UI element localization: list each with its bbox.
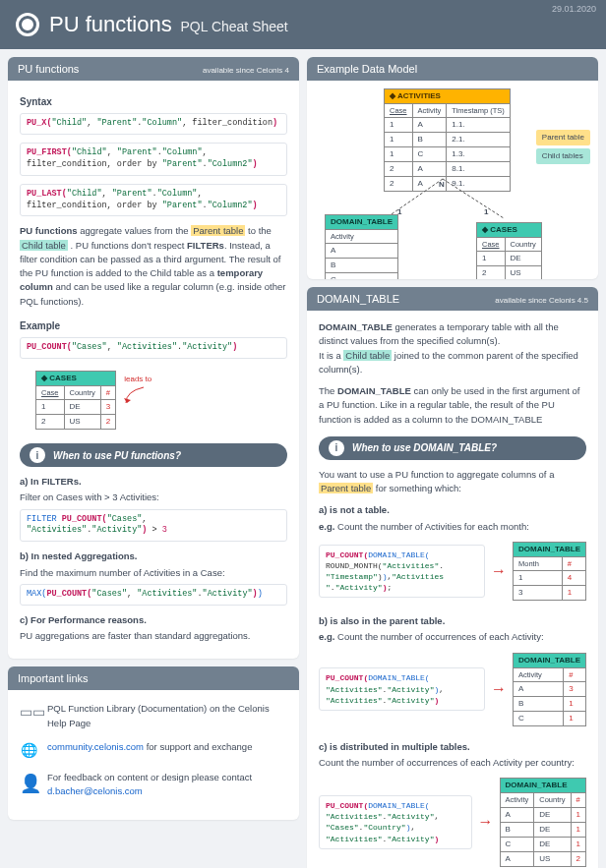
pu-use-a-code: FILTER PU_COUNT("Cases","Activities"."Ac…	[20, 509, 287, 543]
links-panel-title: Important links	[18, 672, 89, 684]
pu-panel-title: PU functions	[18, 63, 79, 75]
pu-functions-panel: PU functions available since Celonis 4 S…	[8, 57, 299, 659]
diagram-legend: Parent table Child tables	[536, 130, 590, 164]
dt-a-result-table: DOMAIN_TABLE Month# 14 31	[513, 542, 586, 601]
info-icon: i	[30, 447, 45, 463]
domain-mini-table: DOMAIN_TABLE Activity A B C	[325, 214, 398, 279]
cases-result-table: ◆ CASES CaseCountry# 1DE3 2US2	[35, 371, 116, 430]
dt-since: available since Celonis 4.5	[495, 296, 588, 305]
syntax-heading: Syntax	[20, 94, 287, 109]
pu-use-a-text: Filter on Cases with > 3 Activities:	[20, 491, 287, 504]
when-dt-info-bar: i When to use DOMAIN_TABLE?	[319, 436, 586, 460]
pu-use-b-code: MAX(PU_COUNT("Cases", "Activities"."Acti…	[20, 584, 287, 606]
link-community[interactable]: 🌐 community.celonis.com for support and …	[20, 740, 287, 761]
arrow-icon: →	[478, 810, 494, 834]
pu-use-c-text: PU aggregations are faster than standard…	[20, 629, 287, 643]
pu-use-a-title: a) In FILTERs.	[20, 475, 287, 489]
dt-c-title: c) is distributed in multiple tables.	[319, 740, 586, 754]
example-code: PU_COUNT("Cases", "Activities"."Activity…	[20, 337, 287, 359]
page-subtitle: PQL Cheat Sheet	[181, 19, 288, 34]
link-docs[interactable]: ▭▭ PQL Function Library (Documentation) …	[20, 702, 287, 730]
n-label: N	[439, 179, 445, 191]
person-icon: 👤	[20, 771, 37, 797]
one-label-right: 1	[484, 206, 488, 218]
dt-panel-title: DOMAIN_TABLE	[317, 293, 399, 305]
logo-block: PU functions PQL Cheat Sheet	[16, 12, 288, 37]
logo-icon	[16, 13, 39, 36]
dt-b-title: b) is also in the parent table.	[319, 614, 586, 628]
page-header: 29.01.2020 PU functions PQL Cheat Sheet	[0, 0, 606, 49]
dt-c-code: PU_COUNT(DOMAIN_TABLE("Activities"."Acti…	[319, 795, 472, 849]
pu-use-c-title: c) For Performance reasons.	[20, 613, 287, 627]
leads-to-arrow-icon	[124, 385, 153, 405]
dt-c-text: Count the number of occurrences of each …	[319, 756, 586, 770]
dt-intro: You want to use a PU function to aggrega…	[319, 468, 586, 496]
dt-c-result-table: DOMAIN_TABLE ActivityCountry# ADE1 BDE1 …	[500, 778, 586, 866]
book-icon: ▭▭	[20, 702, 37, 723]
pu-description: PU functions aggregate values from the P…	[20, 224, 287, 309]
syntax-code-1: PU_X("Child", "Parent"."Column", filter_…	[20, 113, 287, 135]
link-feedback[interactable]: 👤 For feedback on content or design plea…	[20, 771, 287, 799]
dt-a-text: e.g. Count the number of Activities for …	[319, 520, 586, 534]
important-links-panel: Important links ▭▭ PQL Function Library …	[8, 666, 299, 820]
data-model-panel: Example Data Model Parent table Child ta…	[307, 57, 598, 279]
activities-table: ◆ ACTIVITIES CaseActivityTimestamp (TS) …	[384, 88, 511, 192]
arrow-icon: →	[491, 677, 507, 701]
info-icon: i	[329, 440, 344, 456]
syntax-code-2: PU_FIRST("Child", "Parent"."Column",filt…	[20, 143, 287, 176]
dt-a-title: a) is not a table.	[319, 503, 586, 517]
when-pu-info-bar: i When to use PU functions?	[20, 443, 287, 467]
globe-icon: 🌐	[20, 740, 37, 761]
pu-since: available since Celonis 4	[203, 66, 289, 75]
pu-use-b-title: b) In nested Aggregations.	[20, 550, 287, 563]
pu-use-b-text: Find the maximum number of Activities in…	[20, 566, 287, 580]
page-title: PU functions	[49, 12, 172, 36]
dt-p2: It is a Child table joined to the common…	[319, 349, 586, 377]
example-heading: Example	[20, 318, 287, 333]
arrow-icon: →	[491, 559, 507, 583]
dt-p1: DOMAIN_TABLE generates a temporary table…	[319, 320, 586, 349]
leads-to-label: leads to	[124, 374, 152, 385]
dt-p3: The DOMAIN_TABLE can only be used in the…	[319, 384, 586, 427]
syntax-code-3: PU_LAST("Child", "Parent"."Column",filte…	[20, 184, 287, 217]
dt-a-code: PU_COUNT(DOMAIN_TABLE(ROUND_MONTH("Activ…	[319, 545, 485, 599]
dt-b-text: e.g. Count the number of occurrences of …	[319, 630, 586, 644]
dt-b-result-table: DOMAIN_TABLE Activity# A3 B1 C1	[513, 653, 586, 726]
cases-mini-table: ◆ CASES CaseCountry 1DE 2US	[476, 222, 542, 279]
header-date: 29.01.2020	[552, 4, 596, 14]
dt-b-code: PU_COUNT(DOMAIN_TABLE("Activities"."Acti…	[319, 667, 485, 711]
domain-table-panel: DOMAIN_TABLE available since Celonis 4.5…	[307, 287, 598, 868]
model-panel-title: Example Data Model	[317, 63, 417, 75]
